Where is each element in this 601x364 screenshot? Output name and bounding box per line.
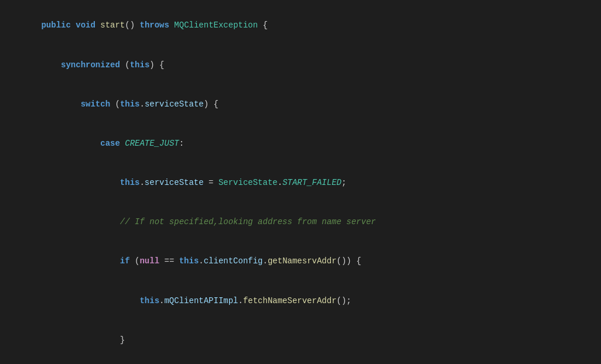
code-line-10: // Start request-response channel (0, 360, 601, 364)
code-line-9: } (0, 320, 601, 359)
code-line-6: // If not specified,looking address from… (0, 202, 601, 242)
code-content: switch (this.serviceState) { (12, 84, 218, 123)
code-content: synchronized (this) { (12, 45, 165, 84)
code-editor: public void start() throws MQClientExcep… (0, 0, 601, 364)
code-line-1: public void start() throws MQClientExcep… (0, 6, 601, 45)
code-content: } (12, 320, 125, 359)
code-line-5: this.serviceState = ServiceState.START_F… (0, 163, 601, 202)
code-content: if (null == this.clientConfig.getNamesrv… (12, 242, 361, 281)
code-content: this.serviceState = ServiceState.START_F… (12, 163, 346, 202)
code-line-4: case CREATE_JUST: (0, 124, 601, 163)
code-content: // Start request-response channel (12, 360, 282, 364)
code-content: case CREATE_JUST: (12, 124, 184, 163)
code-line-2: synchronized (this) { (0, 45, 601, 84)
code-line-8: this.mQClientAPIImpl.fetchNameServerAddr… (0, 281, 601, 320)
code-content: // If not specified,looking address from… (12, 202, 376, 242)
code-line-3: switch (this.serviceState) { (0, 84, 601, 123)
code-content: this.mQClientAPIImpl.fetchNameServerAddr… (12, 281, 351, 320)
code-line-7: if (null == this.clientConfig.getNamesrv… (0, 242, 601, 281)
code-content: public void start() throws MQClientExcep… (12, 6, 268, 45)
